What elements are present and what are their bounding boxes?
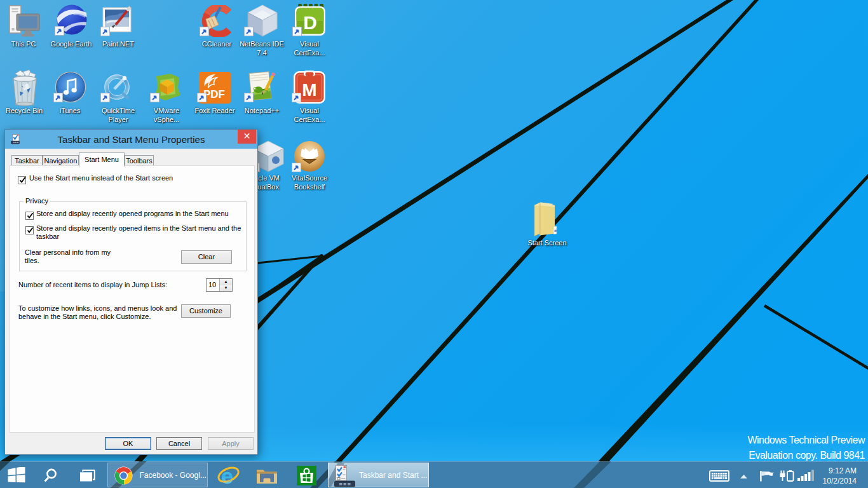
svg-text:M: M	[302, 80, 316, 100]
svg-text:D: D	[303, 12, 317, 33]
svg-text:PDF: PDF	[203, 88, 225, 100]
svg-text:e: e	[221, 466, 233, 486]
